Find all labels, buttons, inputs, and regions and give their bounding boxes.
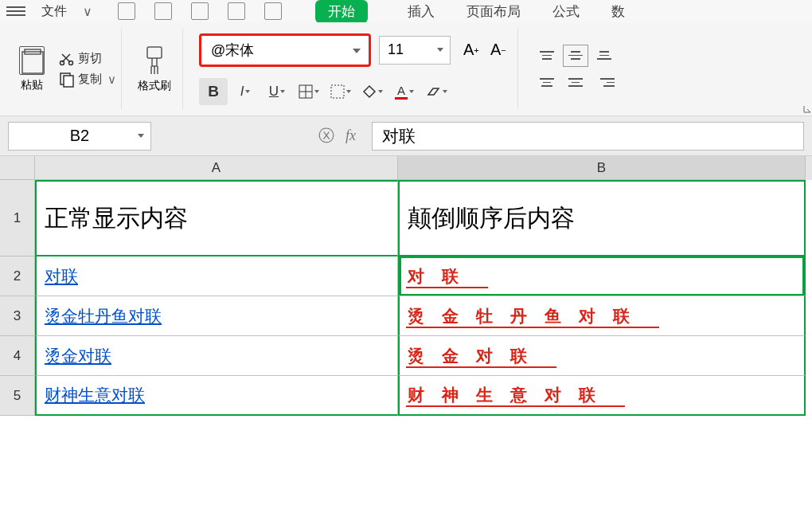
table-row: 4 烫金对联 烫金对联 [0,336,812,376]
brush-icon [142,45,166,77]
svg-rect-1 [22,52,43,73]
align-top-button[interactable] [534,45,560,67]
select-all-corner[interactable] [0,156,35,180]
eraser-icon [425,85,441,98]
cell-a3[interactable]: 烫金牡丹鱼对联 [35,296,398,336]
name-box-value: B2 [70,127,89,145]
column-header-a[interactable]: A [35,156,398,180]
file-menu[interactable]: 文件 [41,3,67,20]
cell-a1[interactable]: 正常显示内容 [35,180,398,256]
cell-a2[interactable]: 对联 [35,256,398,296]
cell-b3-text: 烫金牡丹鱼对联 [408,305,647,327]
tab-layout[interactable]: 页面布局 [467,2,521,21]
hamburger-icon[interactable] [6,3,25,19]
qa-icon-2[interactable] [154,2,172,20]
quick-access-toolbar [108,2,299,20]
formula-bar-value: 对联 [382,125,416,147]
scissors-icon [59,51,75,67]
qa-icon-5[interactable] [264,2,282,20]
border-button[interactable] [295,78,323,105]
tab-insert[interactable]: 插入 [408,2,435,21]
alignment-group [523,45,617,94]
font-color-button[interactable]: A [390,78,419,105]
table-row: 2 对联 对联 [0,256,812,296]
formula-bar-row: B2 ⓧ fx 对联 [0,116,812,156]
paste-button[interactable]: 粘贴 [13,46,51,92]
copy-label: 复制 [78,72,102,87]
underline-button[interactable]: U [263,78,291,105]
fill-color-button[interactable] [358,78,387,105]
format-painter-label: 格式刷 [138,79,171,93]
svg-point-3 [69,61,73,65]
cell-a5[interactable]: 财神生意对联 [35,376,398,416]
cut-label: 剪切 [78,51,102,66]
align-bottom-button[interactable] [591,45,617,67]
font-name-value: @宋体 [211,41,254,60]
cell-b4[interactable]: 烫金对联 [398,336,806,376]
increase-font-button[interactable]: A+ [463,39,486,61]
column-header-b[interactable]: B [398,156,806,180]
paste-icon [20,47,45,76]
row-header-5[interactable]: 5 [0,376,35,416]
table-row: 1 正常显示内容 颠倒顺序后内容 [0,180,812,256]
qa-icon-1[interactable] [118,2,135,20]
clipboard-dialog-launcher[interactable] [802,104,812,114]
format-painter-button[interactable]: 格式刷 [131,45,178,93]
cell-b2-text: 对联 [408,265,476,288]
tab-formula[interactable]: 公式 [552,2,580,21]
table-row: 5 财神生意对联 财神生意对联 [0,376,812,416]
cell-b4-text: 烫金对联 [408,345,545,367]
cancel-formula-icon[interactable]: ⓧ [318,125,334,147]
italic-button[interactable]: I [231,78,260,105]
svg-rect-6 [147,47,162,58]
copy-icon [59,72,75,88]
cell-b1[interactable]: 颠倒顺序后内容 [398,180,806,256]
cut-button[interactable]: 剪切 [59,51,116,67]
table-row: 3 烫金牡丹鱼对联 烫金牡丹鱼对联 [0,296,812,336]
svg-rect-5 [64,76,73,87]
qa-icon-3[interactable] [191,2,209,20]
align-center-button[interactable] [563,72,588,94]
fill-icon [362,84,377,99]
border-style-button[interactable] [326,78,355,105]
cell-b2[interactable]: 对联 [398,256,806,296]
font-size-value: 11 [388,41,404,58]
row-header-3[interactable]: 3 [0,296,35,336]
svg-rect-10 [331,85,344,98]
name-box[interactable]: B2 [8,122,151,151]
align-right-button[interactable] [591,72,617,94]
formula-bar[interactable]: 对联 [372,122,804,151]
row-header-4[interactable]: 4 [0,336,35,376]
row-header-1[interactable]: 1 [0,180,35,256]
row-header-2[interactable]: 2 [0,256,35,296]
menu-bar: 文件 ∨ 开始 插入 页面布局 公式 数 [0,0,812,22]
bold-button[interactable]: B [199,78,228,105]
border-style-icon [330,84,345,99]
svg-point-2 [61,61,64,65]
tab-start[interactable]: 开始 [315,0,368,23]
eraser-button[interactable] [422,78,451,105]
qa-icon-4[interactable] [228,2,245,20]
border-icon [299,84,313,99]
cell-a4[interactable]: 烫金对联 [35,336,398,376]
font-size-select[interactable]: 11 [379,36,451,65]
cell-b5-text: 财神生意对联 [408,384,613,406]
column-headers: A B [0,156,812,180]
ribbon: 粘贴 剪切 复制 ∨ 格式刷 [0,22,812,116]
align-left-button[interactable] [534,72,560,94]
decrease-font-button[interactable]: A− [490,39,513,61]
fx-icon[interactable]: fx [345,127,356,144]
spreadsheet-grid: A B 1 正常显示内容 颠倒顺序后内容 2 对联 对联 3 烫金牡丹鱼对联 烫… [0,156,812,416]
paste-label: 粘贴 [21,78,43,92]
cell-b3[interactable]: 烫金牡丹鱼对联 [398,296,806,336]
tab-data[interactable]: 数 [611,2,625,21]
align-middle-button[interactable] [563,45,588,67]
font-name-select[interactable]: @宋体 [199,33,371,67]
cell-b5[interactable]: 财神生意对联 [398,376,806,416]
font-color-icon: A [395,84,408,100]
copy-button[interactable]: 复制 ∨ [59,72,116,88]
